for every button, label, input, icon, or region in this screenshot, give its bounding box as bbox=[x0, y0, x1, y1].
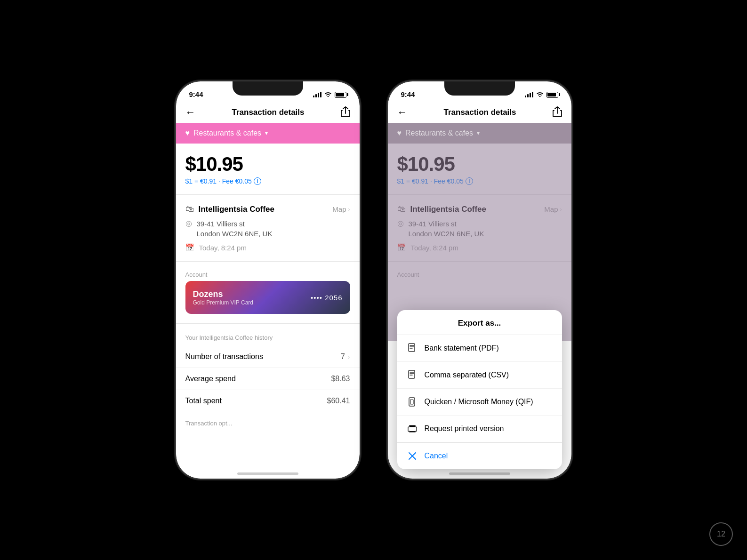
divider-left-3 bbox=[176, 323, 360, 324]
date-text-left: Today, 8:24 pm bbox=[199, 244, 247, 252]
status-icons-left bbox=[313, 91, 346, 98]
location-icon-left: ◎ bbox=[185, 219, 192, 228]
merchant-icon-right: 🛍 bbox=[397, 204, 406, 214]
notch-left bbox=[233, 81, 303, 96]
history-row-label-0: Number of transactions bbox=[185, 352, 263, 361]
home-indicator-left bbox=[237, 472, 298, 475]
svg-rect-0 bbox=[409, 344, 415, 352]
date-row-right: 📅 Today, 8:24 pm bbox=[397, 243, 562, 252]
history-row-value-2: $60.41 bbox=[327, 397, 350, 405]
category-chevron-left: ▾ bbox=[265, 130, 268, 136]
export-option-pdf[interactable]: Bank statement (PDF) bbox=[397, 335, 562, 362]
status-time-right: 9:44 bbox=[401, 90, 415, 98]
calendar-icon-left: 📅 bbox=[185, 243, 194, 252]
amount-section-left: $10.95 $1 = €0.91 · Fee €0.05 i bbox=[176, 144, 360, 190]
card-brand-left: Dozens bbox=[193, 289, 254, 299]
divider-right-1 bbox=[388, 194, 571, 195]
chevron-right-0: › bbox=[348, 353, 350, 360]
home-indicator-right bbox=[449, 472, 510, 475]
history-section-left: Your Intelligentsia Coffee history Numbe… bbox=[176, 328, 360, 415]
phones-container: 9:44 ← Transaction details bbox=[176, 81, 571, 479]
status-time-left: 9:44 bbox=[189, 90, 203, 98]
exchange-rate-left: $1 = €0.91 · Fee €0.05 i bbox=[185, 177, 350, 185]
calendar-icon-right: 📅 bbox=[397, 243, 406, 252]
signal-icon-left bbox=[313, 92, 321, 97]
map-chevron-right: › bbox=[560, 206, 562, 213]
account-label-left: Account bbox=[176, 266, 360, 281]
merchant-name-left: Intelligentsia Coffee bbox=[199, 205, 275, 214]
account-label-right: Account bbox=[388, 266, 571, 281]
location-icon-right: ◎ bbox=[397, 219, 404, 228]
card-number-left: •••• 2056 bbox=[311, 294, 343, 302]
nav-title-right: Transaction details bbox=[444, 108, 516, 117]
history-row-0[interactable]: Number of transactions 7 › bbox=[176, 346, 360, 368]
heart-icon-right: ♥ bbox=[397, 129, 402, 137]
phone-right: 9:44 ← Transaction details bbox=[388, 81, 571, 479]
category-chevron-right: ▾ bbox=[477, 130, 480, 136]
export-cancel-button[interactable]: Cancel bbox=[397, 442, 562, 469]
address-row-right: ◎ 39-41 Villiers st London WC2N 6NE, UK bbox=[397, 219, 562, 239]
map-chevron-left: › bbox=[348, 206, 350, 213]
heart-icon-left: ♥ bbox=[185, 129, 190, 137]
history-row-1: Average spend $8.63 bbox=[176, 368, 360, 390]
status-icons-right bbox=[525, 91, 558, 98]
export-option-qif-label: Quicken / Microsoft Money (QIF) bbox=[425, 398, 533, 406]
history-row-label-2: Total spent bbox=[185, 397, 222, 405]
date-row-left: 📅 Today, 8:24 pm bbox=[185, 243, 350, 252]
address-text-left: 39-41 Villiers st London WC2N 6NE, UK bbox=[197, 219, 273, 239]
export-modal-title: Export as... bbox=[397, 310, 562, 335]
category-text-left: Restaurants & cafes bbox=[193, 129, 261, 137]
amount-left: $10.95 bbox=[185, 153, 350, 176]
phone-left: 9:44 ← Transaction details bbox=[176, 81, 360, 479]
map-link-right[interactable]: Map › bbox=[544, 205, 562, 213]
category-bar-left[interactable]: ♥ Restaurants & cafes ▾ bbox=[176, 123, 360, 144]
signal-icon-right bbox=[525, 92, 533, 97]
history-label-left: Your Intelligentsia Coffee history bbox=[176, 331, 360, 346]
merchant-row-right: 🛍 Intelligentsia Coffee Map › bbox=[397, 204, 562, 214]
merchant-row-left: 🛍 Intelligentsia Coffee Map › bbox=[185, 204, 350, 214]
export-option-qif[interactable]: Quicken / Microsoft Money (QIF) bbox=[397, 389, 562, 416]
amount-section-right: $10.95 $1 = €0.91 · Fee €0.05 i bbox=[388, 144, 571, 190]
merchant-section-left: 🛍 Intelligentsia Coffee Map › ◎ 39-41 Vi… bbox=[176, 200, 360, 256]
back-button-right[interactable]: ← bbox=[397, 106, 408, 119]
print-icon bbox=[407, 423, 418, 434]
export-cancel-label: Cancel bbox=[425, 452, 448, 460]
wifi-icon-left bbox=[324, 91, 332, 98]
card-section-left: Dozens Gold Premium VIP Card •••• 2056 bbox=[176, 281, 360, 319]
notch-right bbox=[444, 81, 515, 96]
merchant-name-right: Intelligentsia Coffee bbox=[410, 205, 487, 214]
pdf-icon bbox=[407, 343, 418, 354]
transaction-options-left: Transaction opt... bbox=[176, 415, 360, 429]
back-button-left[interactable]: ← bbox=[185, 106, 196, 119]
category-bar-right[interactable]: ♥ Restaurants & cafes ▾ bbox=[388, 123, 571, 144]
share-button-left[interactable] bbox=[341, 106, 350, 119]
export-option-print[interactable]: Request printed version bbox=[397, 416, 562, 442]
exchange-rate-right: $1 = €0.91 · Fee €0.05 i bbox=[397, 177, 562, 185]
divider-right-2 bbox=[388, 261, 571, 262]
battery-icon-right bbox=[546, 92, 558, 98]
export-option-csv[interactable]: Comma separated (CSV) bbox=[397, 362, 562, 389]
divider-left-2 bbox=[176, 261, 360, 262]
address-text-right: 39-41 Villiers st London WC2N 6NE, UK bbox=[409, 219, 484, 239]
history-row-2: Total spent $60.41 bbox=[176, 390, 360, 412]
map-link-left[interactable]: Map › bbox=[332, 205, 350, 213]
svg-rect-1 bbox=[409, 370, 415, 378]
card-type-left: Gold Premium VIP Card bbox=[193, 299, 254, 306]
export-option-csv-label: Comma separated (CSV) bbox=[425, 371, 509, 379]
qif-icon bbox=[407, 396, 418, 408]
info-icon-right[interactable]: i bbox=[466, 177, 473, 185]
nav-bar-right: ← Transaction details bbox=[388, 102, 571, 123]
card-left[interactable]: Dozens Gold Premium VIP Card •••• 2056 bbox=[185, 281, 350, 314]
info-icon-left[interactable]: i bbox=[254, 177, 261, 185]
divider-left-1 bbox=[176, 194, 360, 195]
address-row-left: ◎ 39-41 Villiers st London WC2N 6NE, UK bbox=[185, 219, 350, 239]
nav-title-left: Transaction details bbox=[232, 108, 305, 117]
export-option-pdf-label: Bank statement (PDF) bbox=[425, 344, 499, 352]
merchant-icon-left: 🛍 bbox=[185, 204, 194, 214]
page-badge: 12 bbox=[709, 522, 733, 546]
merchant-name-row-right: 🛍 Intelligentsia Coffee bbox=[397, 204, 487, 214]
svg-rect-2 bbox=[409, 398, 415, 406]
date-text-right: Today, 8:24 pm bbox=[411, 244, 458, 252]
phone-left-screen: 9:44 ← Transaction details bbox=[176, 81, 360, 479]
share-button-right[interactable] bbox=[553, 106, 562, 119]
